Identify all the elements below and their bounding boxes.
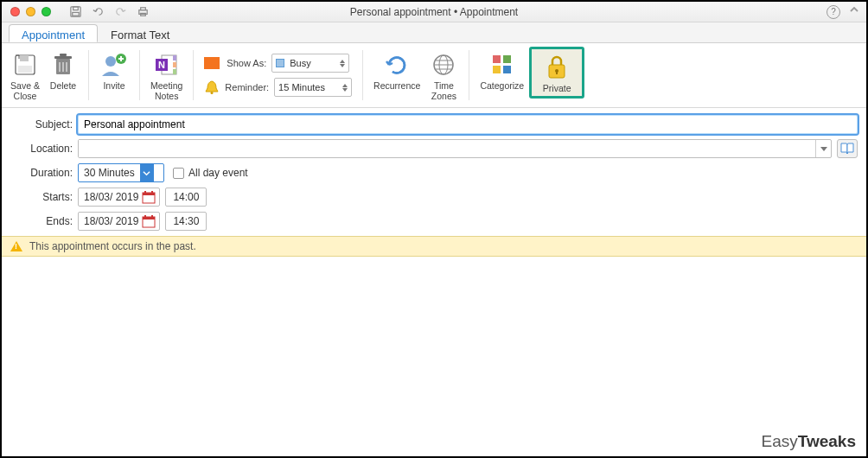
svg-rect-11	[60, 54, 67, 56]
starts-date-input[interactable]: 18/03/ 2019	[78, 188, 160, 207]
starts-label: Starts:	[10, 191, 73, 203]
duration-combo[interactable]: 30 Minutes	[78, 163, 164, 182]
save-icon	[10, 50, 40, 80]
location-label: Location:	[10, 143, 73, 155]
time-zones-button[interactable]: Time Zones	[425, 47, 462, 103]
globe-icon	[429, 50, 458, 80]
duration-value: 30 Minutes	[84, 167, 135, 179]
collapse-ribbon-icon[interactable]	[849, 5, 859, 18]
svg-point-15	[105, 56, 116, 67]
reminder-label: Reminder:	[225, 82, 269, 92]
subject-input[interactable]	[78, 115, 858, 134]
invite-button[interactable]: Invite	[96, 47, 132, 93]
show-as-icon	[204, 57, 220, 69]
calendar-icon	[142, 214, 156, 228]
svg-text:N: N	[158, 60, 165, 70]
categorize-icon	[488, 50, 517, 80]
svg-rect-7	[20, 55, 29, 61]
invite-icon	[99, 50, 129, 80]
warning-icon	[10, 241, 22, 251]
reminder-combo[interactable]: 15 Minutes	[274, 78, 352, 97]
meeting-notes-label: Meeting Notes	[150, 81, 182, 101]
subject-label: Subject:	[10, 118, 73, 130]
watermark: EasyTweaks	[762, 432, 857, 451]
window-title: Personal appointment • Appointment	[2, 6, 866, 18]
titlebar: Personal appointment • Appointment ?	[2, 2, 866, 22]
recurrence-label: Recurrence	[373, 81, 420, 92]
ends-label: Ends:	[10, 215, 73, 227]
ends-date-input[interactable]: 18/03/ 2019	[78, 212, 160, 231]
show-as-combo[interactable]: Busy	[271, 54, 349, 73]
private-label: Private	[543, 84, 571, 94]
warning-text: This appointment occurs in the past.	[29, 240, 196, 252]
svg-rect-31	[493, 55, 501, 63]
svg-rect-40	[144, 191, 146, 194]
bell-icon	[204, 80, 220, 95]
svg-rect-10	[54, 56, 72, 59]
svg-rect-44	[144, 215, 146, 218]
show-as-group: Show As: Busy Reminder: 15 Minutes	[201, 47, 355, 104]
reminder-value: 15 Minutes	[278, 82, 325, 92]
categorize-label: Categorize	[480, 81, 524, 92]
ends-time-input[interactable]: 14:30	[165, 212, 207, 231]
svg-rect-8	[18, 66, 32, 73]
help-icon[interactable]: ?	[827, 5, 840, 19]
calendar-icon	[142, 190, 156, 204]
svg-rect-22	[173, 69, 176, 74]
ribbon-tabs: Appointment Format Text	[2, 22, 866, 43]
checkbox-icon	[173, 168, 184, 179]
trash-icon	[48, 50, 78, 80]
show-as-value: Busy	[290, 58, 310, 68]
all-day-checkbox[interactable]: All day event	[173, 167, 248, 179]
tab-format-text[interactable]: Format Text	[98, 24, 182, 42]
svg-rect-33	[493, 66, 501, 73]
invite-label: Invite	[103, 81, 124, 92]
ends-date-value: 18/03/ 2019	[84, 215, 138, 227]
svg-rect-34	[503, 66, 511, 73]
save-close-button[interactable]: Save & Close	[7, 47, 43, 103]
svg-point-25	[211, 92, 214, 94]
delete-label: Delete	[50, 81, 76, 92]
all-day-label: All day event	[188, 167, 248, 179]
svg-rect-41	[151, 191, 153, 194]
svg-rect-20	[173, 55, 176, 60]
svg-rect-45	[151, 215, 153, 218]
delete-button[interactable]: Delete	[45, 47, 81, 93]
warning-bar: This appointment occurs in the past.	[2, 236, 866, 257]
svg-rect-21	[173, 62, 176, 67]
location-dropdown-icon[interactable]	[815, 140, 831, 157]
location-input[interactable]	[78, 139, 832, 158]
book-icon	[840, 143, 854, 155]
svg-rect-32	[503, 55, 511, 63]
onenote-icon: N	[152, 50, 182, 80]
recurrence-icon	[382, 50, 412, 80]
appointment-form: Subject: Location: Duration: 30 Minutes …	[2, 108, 866, 231]
private-button[interactable]: Private	[529, 47, 584, 99]
save-close-label: Save & Close	[10, 81, 40, 101]
starts-date-value: 18/03/ 2019	[84, 191, 138, 203]
duration-label: Duration:	[10, 167, 73, 179]
time-zones-label: Time Zones	[431, 81, 456, 101]
address-book-button[interactable]	[837, 139, 858, 158]
lock-icon	[542, 53, 571, 82]
svg-rect-37	[556, 71, 558, 74]
recurrence-button[interactable]: Recurrence	[370, 47, 424, 93]
show-as-label: Show As:	[227, 58, 266, 68]
chevron-down-icon	[140, 164, 154, 181]
starts-time-input[interactable]: 14:00	[165, 188, 207, 207]
tab-appointment[interactable]: Appointment	[9, 24, 98, 42]
categorize-button[interactable]: Categorize	[476, 47, 527, 93]
meeting-notes-button[interactable]: N Meeting Notes	[147, 47, 186, 103]
ribbon: Save & Close Delete Invite N Meeting Not…	[2, 43, 866, 108]
